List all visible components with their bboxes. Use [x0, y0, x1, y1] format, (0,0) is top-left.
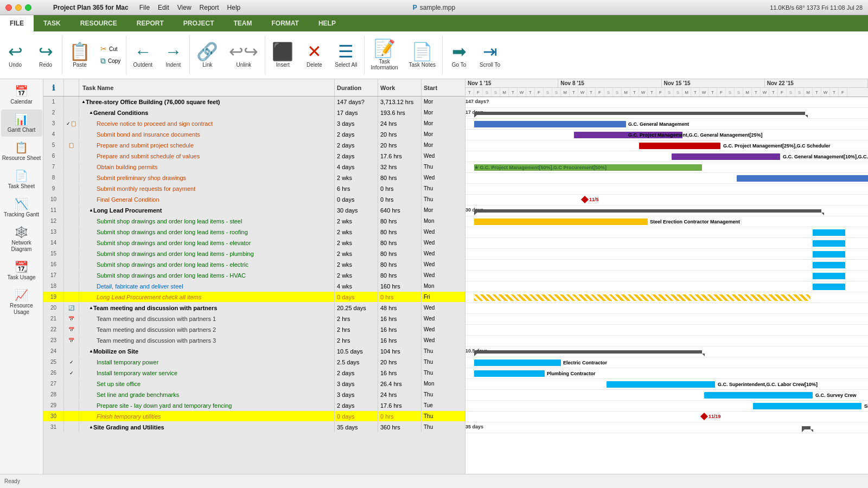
table-row[interactable]: 5📋Prepare and submit project schedule2 d… [43, 140, 465, 151]
gantt-row[interactable]: G.C. Project... [465, 173, 868, 184]
gantt-row[interactable] [465, 249, 868, 260]
table-row[interactable]: 21📅Team meeting and discussion with part… [43, 313, 465, 324]
paste-button[interactable]: 📋 Paste [63, 34, 96, 76]
table-row[interactable]: 24▲ Mobilize on Site10.5 days104 hrsThu [43, 346, 465, 357]
table-row[interactable]: 13Submit shop drawings and order long le… [43, 227, 465, 237]
task-notes-button[interactable]: 📄 Task Notes [404, 34, 441, 76]
table-row[interactable]: 7Obtain building permits4 days32 hrsThu [43, 162, 465, 172]
table-row[interactable]: 23📅Team meeting and discussion with part… [43, 335, 465, 346]
tab-resource[interactable]: RESOURCE [71, 15, 127, 31]
link-button[interactable]: 🔗 Link [191, 34, 224, 76]
table-row[interactable]: 27Set up site office3 days26.4 hrsMon [43, 378, 465, 389]
table-row[interactable]: 11▲ Long Lead Procurement30 days640 hrsM… [43, 205, 465, 216]
indent-button[interactable]: → Indent [158, 34, 188, 76]
table-row[interactable]: 29Prepare site - lay down yard and tempo… [43, 400, 465, 411]
menu-help[interactable]: Help [227, 4, 241, 11]
unlink-button[interactable]: ↩↪ Unlink [224, 34, 264, 76]
table-row[interactable]: 2▲ General Conditions17 days193.6 hrsMor [43, 107, 465, 118]
gantt-row[interactable] [465, 260, 868, 271]
gantt-row[interactable]: 10.5 days [465, 346, 868, 357]
sidebar-item-gantt-chart[interactable]: 📊 Gantt Chart [1, 110, 42, 137]
gantt-row[interactable]: G.C. Superintendent,G.C. Labor Crew[10%] [465, 379, 868, 390]
gantt-row[interactable] [465, 314, 868, 325]
table-row[interactable]: 17Submit shop drawings and order long le… [43, 270, 465, 281]
task-information-button[interactable]: 📝 Task Information [366, 34, 404, 76]
window-controls[interactable] [5, 4, 31, 11]
table-row[interactable]: 22📅Team meeting and discussion with part… [43, 324, 465, 335]
insert-button[interactable]: ⬛ Insert [266, 34, 299, 76]
gantt-row[interactable] [465, 271, 868, 281]
gantt-row[interactable]: 147 days? [465, 97, 868, 108]
gantt-row[interactable] [465, 336, 868, 346]
gantt-row[interactable]: G.C. General Management [465, 119, 868, 130]
table-row[interactable]: 31▲ Site Grading and Utilities35 days360… [43, 422, 465, 433]
table-row[interactable]: 15Submit shop drawings and order long le… [43, 248, 465, 259]
sidebar-item-task-usage[interactable]: 📆 Task Usage [1, 257, 42, 284]
cut-button[interactable]: ✂ Cut [98, 43, 123, 54]
menu-file[interactable]: File [139, 4, 150, 11]
table-row[interactable]: 10Final General Condition0 days0 hrsThu [43, 194, 465, 205]
goto-button[interactable]: ➡ Go To [444, 34, 474, 76]
sidebar-item-calendar[interactable]: 📅 Calendar [1, 81, 42, 108]
table-row[interactable]: 4Submit bond and insurance documents2 da… [43, 129, 465, 140]
gantt-row[interactable] [465, 281, 868, 292]
table-row[interactable]: 14Submit shop drawings and order long le… [43, 237, 465, 248]
tab-task[interactable]: TASK [34, 15, 71, 31]
table-row[interactable]: 8Submit preliminary shop drawings2 wks80… [43, 172, 465, 183]
tab-format[interactable]: FORMAT [262, 15, 309, 31]
gantt-row[interactable]: G.C. Project Management,G.C. General Man… [465, 130, 868, 140]
copy-button[interactable]: ⧉ Copy [98, 55, 123, 67]
outdent-button[interactable]: ← Outdent [127, 34, 158, 76]
gantt-row[interactable]: G.C. Survey Crew [465, 390, 868, 401]
gantt-row[interactable] [465, 292, 868, 303]
gantt-row[interactable]: G.C. Project Management[25%],G.C Schedul… [465, 140, 868, 151]
gantt-row[interactable] [465, 184, 868, 195]
gantt-row[interactable]: 11/19 [465, 412, 868, 422]
table-row[interactable]: 30Finish temporary utilities0 days0 hrsT… [43, 411, 465, 422]
tab-report[interactable]: REPORT [127, 15, 174, 31]
gantt-row[interactable]: G.C. General Management[10%],G.C. Projec… [465, 151, 868, 162]
gantt-row[interactable]: Steel Erection Contractor Management [465, 216, 868, 227]
sidebar-item-task-sheet[interactable]: 📄 Task Sheet [1, 166, 42, 193]
table-row[interactable]: 28Set line and grade benchmarks3 days24 … [43, 389, 465, 400]
gantt-row[interactable] [465, 238, 868, 249]
gantt-row[interactable]: 17 days [465, 108, 868, 119]
tab-file[interactable]: FILE [0, 15, 34, 31]
scroll-to-button[interactable]: ⇥ Scroll To [474, 34, 506, 76]
table-row[interactable]: 1▲ Three-story Office Building (76,000 s… [43, 97, 465, 107]
table-row[interactable]: 9Submit monthly requests for payment6 hr… [43, 183, 465, 194]
sidebar-item-resource-usage[interactable]: 📈 Resource Usage [1, 285, 42, 319]
maximize-button[interactable] [25, 4, 31, 11]
redo-button[interactable]: ↪ Redo [30, 34, 61, 76]
gantt-row[interactable]: Site Grading Contractor,G.C. Lab... [465, 401, 868, 412]
table-row[interactable]: 18Detail, fabricate and deliver steel4 w… [43, 281, 465, 292]
menu-edit[interactable]: Edit [158, 4, 169, 11]
gantt-row[interactable]: 11/5 [465, 195, 868, 206]
gantt-row[interactable] [465, 325, 868, 336]
select-all-button[interactable]: ☰ Select All [329, 34, 362, 76]
gantt-row[interactable]: 30 days [465, 206, 868, 216]
sidebar-item-network-diagram[interactable]: 🕸️ Network Diagram [1, 222, 42, 256]
tab-help[interactable]: HELP [309, 15, 346, 31]
table-row[interactable]: 12Submit shop drawings and order long le… [43, 216, 465, 227]
gantt-body[interactable]: 147 days?17 daysG.C. General ManagementG… [465, 97, 868, 474]
sidebar-item-tracking-gantt[interactable]: 📉 Tracking Gantt [1, 194, 42, 221]
gantt-row[interactable]: ★ G.C. Project Management[50%],G.C Procu… [465, 162, 868, 173]
gantt-row[interactable]: Electric Contractor [465, 357, 868, 368]
close-button[interactable] [5, 4, 12, 11]
undo-button[interactable]: ↩ Undo [0, 34, 30, 76]
minimize-button[interactable] [15, 4, 22, 11]
tab-project[interactable]: PROJECT [174, 15, 224, 31]
table-body[interactable]: 1▲ Three-story Office Building (76,000 s… [43, 97, 465, 474]
table-row[interactable]: 26✓Install temporary water service2 days… [43, 368, 465, 378]
gantt-row[interactable]: 35 days [465, 422, 868, 433]
menu-view[interactable]: View [177, 4, 192, 11]
gantt-row[interactable] [465, 227, 868, 238]
table-row[interactable]: 20🔄▲ Team meeting and discussion with pa… [43, 303, 465, 313]
table-row[interactable]: 16Submit shop drawings and order long le… [43, 259, 465, 270]
menu-report[interactable]: Report [200, 4, 219, 11]
sidebar-item-resource-sheet[interactable]: 📋 Resource Sheet [1, 138, 42, 165]
gantt-row[interactable] [465, 303, 868, 314]
table-row[interactable]: 25✓Install temporary power2.5 days20 hrs… [43, 357, 465, 368]
table-row[interactable]: 19Long Lead Procurement check all items0… [43, 292, 465, 303]
